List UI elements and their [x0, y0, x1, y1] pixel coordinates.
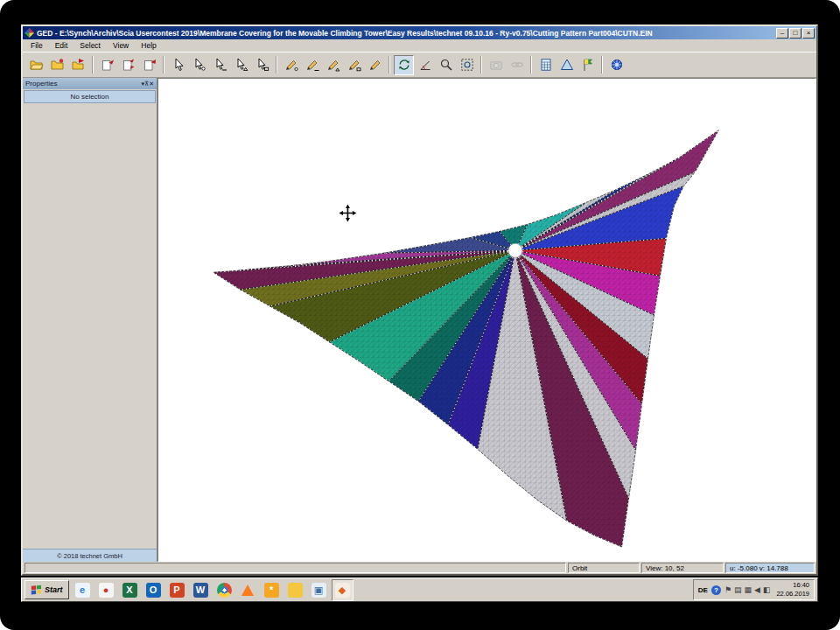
properties-panel: Properties ▾⊼✕ No selection © 2018 techn…: [23, 78, 158, 562]
toolbar-separator: [601, 56, 603, 74]
window-titlebar[interactable]: GED - E:\Synch\Archiv\Scia Usercontest 2…: [23, 26, 816, 39]
statusbar: Orbit View: 10, 52 u: -5.080 v: 14.788: [23, 562, 816, 574]
camera-icon: [489, 58, 503, 72]
taskbar-app-vlc[interactable]: [237, 579, 259, 601]
media-player-icon: ●: [99, 583, 114, 598]
app-icon: [24, 28, 34, 38]
cursor-line-tool-button[interactable]: [210, 55, 230, 75]
calc-icon: [539, 58, 553, 72]
triangle-tool-button[interactable]: [556, 55, 577, 75]
properties-close-icon[interactable]: ✕: [149, 80, 154, 87]
close-button[interactable]: ×: [802, 28, 815, 38]
toolbar-separator: [276, 56, 277, 74]
pen-free-tool-button[interactable]: [365, 55, 385, 75]
folder-open-icon: [30, 58, 44, 72]
taskbar-app-powerpoint[interactable]: P: [166, 579, 188, 601]
toolbar: [23, 52, 816, 78]
clock-time: 16:40: [793, 581, 809, 589]
menu-edit[interactable]: Edit: [49, 40, 74, 51]
pen-rect-tool-button[interactable]: [344, 55, 364, 75]
cursor-rect-tool-button[interactable]: [252, 55, 272, 75]
zoom-icon: [439, 58, 453, 72]
windows-logo-icon: [31, 584, 42, 595]
image-viewer-icon: ▣: [312, 583, 326, 598]
orbit-cursor-icon: [339, 204, 356, 221]
pen-point-icon: [284, 58, 298, 72]
toolbar-separator: [388, 56, 390, 74]
doc-export-tool-button[interactable]: [97, 55, 117, 75]
doc-sync-icon: [122, 58, 136, 72]
taskbar-app-launcher[interactable]: *: [261, 579, 283, 601]
menu-file[interactable]: File: [24, 40, 49, 51]
zoom-fit-tool-button[interactable]: [457, 55, 477, 75]
tray-flag-icon[interactable]: ⚑: [724, 586, 732, 594]
link-icon: [510, 58, 524, 72]
doc-import-icon: [143, 58, 157, 72]
taskbar-app-internet-explorer[interactable]: e: [72, 579, 94, 601]
tray-grid-icon[interactable]: ◧: [763, 586, 771, 594]
zoom-fit-icon: [460, 58, 474, 72]
globe-tool-button[interactable]: [606, 55, 626, 75]
help-tray-icon[interactable]: ?: [711, 585, 721, 595]
menu-select[interactable]: Select: [74, 40, 107, 51]
taskbar-app-media-player[interactable]: ●: [95, 579, 117, 601]
cursor-triangle-icon: [234, 58, 248, 72]
camera-tool-button[interactable]: [486, 55, 506, 75]
pen-line-tool-button[interactable]: [302, 55, 322, 75]
angle-icon: [418, 58, 432, 72]
calc-tool-button[interactable]: [536, 55, 556, 75]
internet-explorer-icon: e: [75, 583, 90, 598]
cursor-point-tool-button[interactable]: [189, 55, 209, 75]
language-indicator[interactable]: DE: [698, 586, 708, 594]
maximize-button[interactable]: □: [789, 28, 802, 38]
window-controls: –□×: [776, 28, 815, 38]
taskbar-app-word[interactable]: W: [190, 579, 212, 601]
folder-import-tool-button[interactable]: [68, 55, 88, 75]
orbit-tool-button[interactable]: [394, 55, 414, 75]
tray-layout-icon[interactable]: ▤: [734, 586, 742, 594]
tray-chart-icon[interactable]: ▦: [745, 586, 752, 594]
selection-status: No selection: [24, 90, 156, 103]
powerpoint-icon: P: [170, 583, 185, 598]
pen-point-tool-button[interactable]: [281, 55, 301, 75]
menu-view[interactable]: View: [107, 40, 135, 51]
toolbar-separator: [163, 56, 164, 74]
quick-launch: e●XOPW*▣◆: [72, 579, 354, 601]
taskbar-app-excel[interactable]: X: [119, 579, 141, 601]
link-tool-button[interactable]: [507, 55, 527, 75]
toolbar-separator: [480, 56, 482, 74]
menubar: FileEditSelectViewHelp: [23, 39, 816, 52]
pen-triangle-tool-button[interactable]: [323, 55, 343, 75]
clock[interactable]: 16:40 22.06.2019: [776, 581, 809, 598]
monitor-bezel: GED - E:\Synch\Archiv\Scia Usercontest 2…: [0, 0, 840, 630]
cursor-tool-button[interactable]: [168, 55, 188, 75]
start-button[interactable]: Start: [24, 580, 69, 599]
taskbar-app-ged[interactable]: ◆: [332, 579, 354, 601]
cursor-icon: [172, 58, 186, 72]
flag-tool-button[interactable]: [578, 55, 598, 75]
properties-panel-header[interactable]: Properties ▾⊼✕: [23, 78, 157, 89]
doc-import-tool-button[interactable]: [139, 55, 159, 75]
doc-export-icon: [101, 58, 115, 72]
tray-volume-icon[interactable]: ◀: [754, 586, 760, 594]
cursor-rect-icon: [256, 58, 270, 72]
zoom-tool-button[interactable]: [436, 55, 456, 75]
pen-line-icon: [305, 58, 319, 72]
taskbar-app-image-viewer[interactable]: ▣: [308, 579, 330, 601]
membrane-center: [508, 243, 522, 257]
folder-new-tool-button[interactable]: [47, 55, 67, 75]
taskbar-app-folder[interactable]: [284, 579, 306, 601]
angle-tool-button[interactable]: [415, 55, 435, 75]
folder-open-tool-button[interactable]: [26, 55, 46, 75]
app-window: GED - E:\Synch\Archiv\Scia Usercontest 2…: [21, 24, 818, 576]
taskbar-app-outlook[interactable]: O: [143, 579, 164, 601]
folder-import-icon: [72, 58, 86, 72]
status-view: View: 10, 52: [641, 563, 724, 573]
membrane-view[interactable]: [158, 79, 816, 561]
cursor-triangle-tool-button[interactable]: [231, 55, 251, 75]
minimize-button[interactable]: –: [776, 28, 788, 38]
menu-help[interactable]: Help: [135, 40, 162, 51]
drawing-canvas[interactable]: [158, 78, 816, 562]
doc-sync-tool-button[interactable]: [118, 55, 138, 75]
taskbar-app-chrome[interactable]: [214, 579, 235, 601]
